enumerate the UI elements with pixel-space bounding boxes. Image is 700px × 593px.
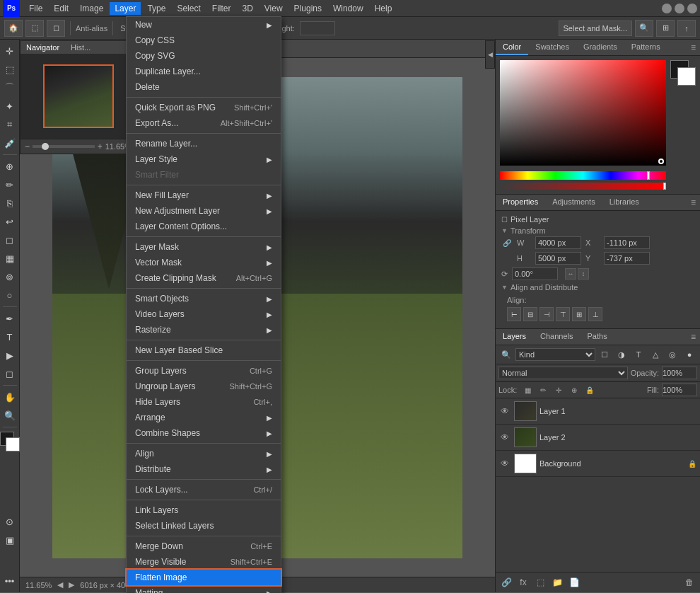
menu-file[interactable]: File	[24, 2, 47, 15]
menu-item-group-layers[interactable]: Group LayersCtrl+G	[127, 363, 281, 379]
menu-select[interactable]: Select	[172, 2, 205, 15]
menu-help[interactable]: Help	[370, 2, 397, 15]
zoom-out-btn[interactable]: −	[25, 142, 30, 151]
hand-tool[interactable]: ✋	[1, 388, 18, 405]
zoom-slider[interactable]	[33, 145, 95, 148]
menu-3d[interactable]: 3D	[237, 2, 257, 15]
align-top-btn[interactable]: ⊤	[556, 307, 570, 321]
menu-item-vector-mask[interactable]: Vector Mask▶	[127, 255, 281, 270]
move-tool[interactable]: ✛	[1, 42, 18, 59]
select-mask-btn[interactable]: Select and Mask...	[559, 21, 633, 36]
share-btn[interactable]: ↑	[677, 20, 696, 37]
height-input[interactable]	[300, 21, 335, 35]
menu-item-new-adj[interactable]: New Adjustment Layer▶	[127, 203, 281, 219]
crop-tool[interactable]: ⌗	[1, 116, 18, 133]
menu-item-align[interactable]: Align▶	[127, 446, 281, 461]
menu-item-clip-mask[interactable]: Create Clipping MaskAlt+Ctrl+G	[127, 270, 281, 286]
marquee-tool[interactable]: ⬚	[1, 61, 18, 78]
window-minimize[interactable]	[662, 4, 672, 13]
menu-item-merge-down[interactable]: Merge DownCtrl+E	[127, 539, 281, 554]
tab-paths[interactable]: Paths	[581, 329, 614, 345]
lock-all-btn[interactable]: 🔒	[583, 384, 596, 396]
menu-item-layer-mask[interactable]: Layer Mask▶	[127, 239, 281, 255]
angle-value[interactable]	[512, 267, 558, 280]
color-saturation-field[interactable]	[500, 60, 666, 166]
filter-type-btn[interactable]: T	[631, 347, 646, 362]
color-hue-slider[interactable]	[500, 171, 666, 180]
y-value[interactable]	[604, 252, 650, 265]
history-brush-tool[interactable]: ↩	[1, 213, 18, 230]
menu-item-flatten[interactable]: Flatten Image	[127, 570, 281, 585]
lock-position-btn[interactable]: ✛	[552, 384, 565, 396]
align-center-h-btn[interactable]: ⊟	[523, 307, 537, 321]
color-swatches[interactable]	[670, 60, 696, 86]
menu-image[interactable]: Image	[75, 2, 108, 15]
layers-kind-select[interactable]: Kind	[515, 348, 595, 361]
link-layers-btn[interactable]: 🔗	[498, 575, 514, 590]
add-mask-btn[interactable]: ⬚	[532, 575, 548, 590]
new-group-btn[interactable]: 📁	[549, 575, 565, 590]
text-tool[interactable]: T	[1, 328, 18, 345]
filter-smart-btn[interactable]: ◎	[665, 347, 680, 362]
quick-mask-btn[interactable]: ⊙	[1, 513, 18, 530]
layer-item[interactable]: 👁 Background 🔒	[496, 451, 700, 477]
arrow-left[interactable]: ◀	[57, 580, 63, 589]
filter-on-btn[interactable]: ●	[682, 347, 697, 362]
menu-view[interactable]: View	[259, 2, 288, 15]
lasso-tool[interactable]: ⌒	[1, 79, 18, 96]
background-color[interactable]	[6, 437, 20, 451]
filter-pixel-btn[interactable]: ☐	[597, 347, 612, 362]
x-value[interactable]	[604, 236, 650, 249]
wand-tool[interactable]: ✦	[1, 98, 18, 115]
lock-pixels-btn[interactable]: ✏	[537, 384, 549, 396]
eyedropper-tool[interactable]: 💉	[1, 134, 18, 151]
menu-item-layer-content[interactable]: Layer Content Options...	[127, 219, 281, 234]
align-left-btn[interactable]: ⊢	[507, 307, 521, 321]
menu-item-export-as[interactable]: Export As...Alt+Shift+Ctrl+'	[127, 115, 281, 131]
new-layer-btn[interactable]: 📄	[566, 575, 582, 590]
layer-item[interactable]: 👁 Layer 1	[496, 398, 700, 425]
align-bottom-btn[interactable]: ⊥	[588, 307, 602, 321]
tab-channels[interactable]: Channels	[533, 329, 580, 345]
layer-visibility-btn[interactable]: 👁	[498, 457, 511, 470]
window-close[interactable]	[687, 4, 697, 13]
layer-visibility-btn[interactable]: 👁	[498, 405, 511, 418]
tab-color[interactable]: Color	[496, 40, 528, 55]
gradient-tool[interactable]: ▦	[1, 250, 18, 267]
menu-plugins[interactable]: Plugins	[289, 2, 327, 15]
menu-item-merge-visible[interactable]: Merge VisibleShift+Ctrl+E	[127, 554, 281, 570]
lock-transparency-btn[interactable]: ▦	[521, 384, 534, 396]
align-right-btn[interactable]: ⊣	[539, 307, 554, 321]
dodge-tool[interactable]: ○	[1, 287, 18, 304]
align-center-v-btn[interactable]: ⊞	[572, 307, 586, 321]
screen-mode-btn[interactable]: ▣	[1, 531, 18, 548]
tab-navigator[interactable]: Navigator	[21, 41, 65, 54]
menu-item-rasterize[interactable]: Rasterize▶	[127, 322, 281, 338]
menu-item-combine-shapes[interactable]: Combine Shapes▶	[127, 425, 281, 441]
menu-window[interactable]: Window	[328, 2, 368, 15]
menu-item-new-fill[interactable]: New Fill Layer▶	[127, 188, 281, 203]
home-btn[interactable]: 🏠	[4, 20, 23, 37]
shape-tool[interactable]: ◻	[1, 365, 18, 382]
search-btn[interactable]: 🔍	[635, 20, 653, 37]
layer-item[interactable]: 👁 Layer 2	[496, 425, 700, 451]
filter-adj-btn[interactable]: ◑	[614, 347, 629, 362]
filter-shape-btn[interactable]: △	[648, 347, 663, 362]
pen-tool[interactable]: ✒	[1, 310, 18, 327]
lock-artboard-btn[interactable]: ⊕	[568, 384, 581, 396]
tab-adjustments[interactable]: Adjustments	[545, 195, 602, 210]
menu-item-video-layers[interactable]: Video Layers▶	[127, 306, 281, 322]
menu-item-smart-obj[interactable]: Smart Objects▶	[127, 291, 281, 306]
menu-item-arrange[interactable]: Arrange▶	[127, 410, 281, 425]
shape-select-btn[interactable]: ◻	[47, 20, 65, 37]
menu-item-ungroup[interactable]: Ungroup LayersShift+Ctrl+G	[127, 379, 281, 394]
width-value[interactable]	[535, 236, 581, 249]
menu-item-new[interactable]: New▶	[127, 17, 281, 33]
menu-edit[interactable]: Edit	[49, 2, 74, 15]
menu-item-layer-style[interactable]: Layer Style▶	[127, 151, 281, 167]
menu-type[interactable]: Type	[142, 2, 170, 15]
arrange-btn[interactable]: ⊞	[656, 20, 675, 37]
height-value[interactable]	[535, 252, 581, 265]
tab-layers[interactable]: Layers	[496, 329, 533, 345]
tab-properties[interactable]: Properties	[496, 195, 545, 210]
